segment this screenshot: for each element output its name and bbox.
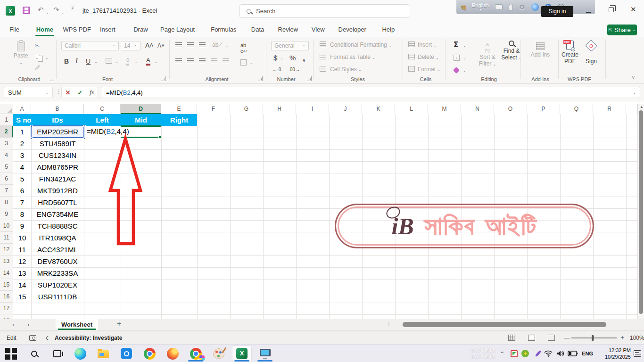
- header-cell[interactable]: Left: [84, 114, 121, 126]
- restore-window-icon[interactable]: [609, 7, 614, 12]
- ribbon-tab-view[interactable]: View: [311, 25, 326, 34]
- ribbon-tab-wps-pdf[interactable]: WPS PDF: [62, 25, 92, 34]
- name-box[interactable]: SUM⌄: [4, 87, 53, 98]
- cell-A14[interactable]: 13: [13, 267, 31, 279]
- decrease-indent-icon[interactable]: [211, 58, 217, 64]
- create-pdf-button[interactable]: PDF+ Create PDF: [559, 41, 581, 65]
- clear-icon[interactable]: [453, 67, 460, 74]
- cell-B8[interactable]: HRD5607TL: [31, 197, 84, 208]
- column-header-partial[interactable]: [626, 104, 637, 114]
- clipboard-dialog-launcher[interactable]: [50, 76, 54, 81]
- cell-A2[interactable]: 1: [13, 126, 31, 138]
- format-cells-icon[interactable]: [408, 66, 415, 72]
- sign-pdf-button[interactable]: Sign: [582, 41, 601, 65]
- align-right-icon[interactable]: [199, 58, 206, 64]
- ribbon-tab-data[interactable]: Data: [250, 25, 265, 34]
- avro-keyboard-icon[interactable]: অ: [461, 3, 466, 12]
- formula-bar-splitter[interactable]: ⋮: [56, 89, 61, 95]
- insert-cells-icon[interactable]: [408, 41, 415, 47]
- input-language-indicator[interactable]: ENG: [582, 345, 593, 362]
- row-header-9[interactable]: 9: [0, 208, 13, 220]
- taskbar-chrome-icon[interactable]: [140, 346, 159, 362]
- underline-dropdown-icon[interactable]: ⌄: [94, 60, 98, 64]
- conditional-formatting-button[interactable]: Conditional Formatting ⌄: [330, 41, 392, 48]
- borders-icon[interactable]: [106, 58, 112, 64]
- copy-dropdown-icon[interactable]: ⌄: [45, 56, 49, 60]
- taskbar-file-explorer-icon[interactable]: [93, 346, 113, 362]
- tab-scrollbar-splitter[interactable]: ⋮: [387, 321, 391, 326]
- confirm-entry-icon[interactable]: ✓: [77, 89, 83, 96]
- row-header-18[interactable]: 18: [0, 314, 13, 319]
- clock[interactable]: 12:32 PM10/29/2025: [598, 345, 631, 362]
- taskbar-start-icon[interactable]: [1, 346, 21, 362]
- ribbon-tab-page-layout[interactable]: Page Layout: [159, 25, 196, 34]
- decrease-decimal-icon[interactable]: .00→: [289, 67, 300, 72]
- cell-A15[interactable]: 14: [13, 279, 31, 291]
- column-header-R[interactable]: R: [593, 104, 626, 114]
- cell-A4[interactable]: 3: [13, 149, 31, 161]
- horizontal-scroll-thumb[interactable]: [403, 322, 606, 327]
- insert-cells-button[interactable]: Insert ⌄: [418, 41, 437, 48]
- cell-B13[interactable]: DEV8760UX: [31, 255, 84, 267]
- column-header-N[interactable]: N: [461, 104, 494, 114]
- align-left-icon[interactable]: [175, 58, 182, 64]
- fill-icon[interactable]: ↓: [454, 55, 460, 61]
- undo-dropdown-icon[interactable]: ⌄: [46, 10, 49, 15]
- hidden-icons-chevron[interactable]: ⌃: [500, 345, 504, 362]
- accessibility-status[interactable]: Accessibility: Investigate: [55, 335, 122, 341]
- font-dialog-launcher[interactable]: [161, 76, 166, 81]
- cell-B7[interactable]: MKT9912BD: [31, 185, 84, 197]
- qat-customize-icon[interactable]: ⍗: [71, 5, 74, 11]
- ribbon-tab-draw[interactable]: Draw: [132, 25, 149, 34]
- language-selector[interactable]: English▾: [472, 3, 489, 11]
- underline-button[interactable]: U: [86, 58, 91, 65]
- cancel-entry-icon[interactable]: ✕: [65, 89, 70, 96]
- zoom-out-icon[interactable]: —: [564, 335, 570, 341]
- column-header-M[interactable]: M: [428, 104, 461, 114]
- row-header-10[interactable]: 10: [0, 220, 13, 232]
- center-icon[interactable]: [187, 58, 194, 64]
- excel-app-icon[interactable]: x: [6, 6, 15, 16]
- cell-A10[interactable]: 9: [13, 220, 31, 232]
- redo-icon[interactable]: ↷: [53, 6, 59, 14]
- currency-icon[interactable]: $: [273, 54, 277, 62]
- cell-B9[interactable]: ENG7354ME: [31, 208, 84, 220]
- keyboard-icon[interactable]: [495, 4, 503, 10]
- number-dialog-launcher[interactable]: [307, 76, 312, 81]
- ribbon-tab-insert[interactable]: Insert: [99, 25, 116, 34]
- normal-view-icon[interactable]: [508, 335, 515, 341]
- cell-B15[interactable]: SUP1020EX: [31, 279, 84, 291]
- ribbon-tab-review[interactable]: Review: [277, 25, 299, 34]
- currency-dropdown-icon[interactable]: ⌄: [280, 56, 283, 60]
- prev-sheet-icon[interactable]: ‹: [12, 321, 14, 328]
- row-header-15[interactable]: 15: [0, 279, 13, 291]
- cell-styles-icon[interactable]: [320, 66, 326, 72]
- formula-input[interactable]: =MID(B2,4,4) ⌄: [101, 87, 640, 98]
- cell-A13[interactable]: 12: [13, 255, 31, 267]
- row-header-16[interactable]: 16: [0, 291, 13, 303]
- search-box[interactable]: Search: [239, 4, 409, 18]
- cell-A5[interactable]: 4: [13, 161, 31, 173]
- wrap-text-icon[interactable]: abc↩: [240, 42, 248, 54]
- orientation-icon[interactable]: ab⟋: [212, 41, 223, 48]
- ribbon-tab-file[interactable]: File: [8, 25, 20, 34]
- column-header-A[interactable]: A: [13, 104, 31, 114]
- zoom-in-icon[interactable]: +: [620, 334, 624, 341]
- cell-B12[interactable]: ACC4321ML: [31, 244, 84, 255]
- header-cell[interactable]: Right: [161, 114, 197, 126]
- autosum-icon[interactable]: Σ: [454, 41, 458, 49]
- mortar-icon[interactable]: [509, 4, 513, 10]
- scroll-up-icon[interactable]: ▲: [640, 105, 644, 109]
- close-window-icon[interactable]: ✕: [630, 5, 636, 14]
- cell-formula-text[interactable]: =MID(B2,4,4): [87, 126, 129, 137]
- copy-icon[interactable]: [36, 54, 40, 59]
- settings-gear-icon[interactable]: ⚙: [519, 3, 525, 11]
- battery-icon[interactable]: [568, 345, 578, 362]
- row-header-2[interactable]: 2: [0, 126, 13, 138]
- taskbar-chrome-profile-icon[interactable]: [186, 346, 206, 362]
- cell-A11[interactable]: 10: [13, 232, 31, 244]
- top-align-icon[interactable]: [175, 42, 182, 48]
- borders-dropdown-icon[interactable]: ⌄: [115, 60, 118, 64]
- header-cell[interactable]: IDs: [31, 114, 84, 126]
- taskbar-paint-icon[interactable]: [209, 346, 229, 362]
